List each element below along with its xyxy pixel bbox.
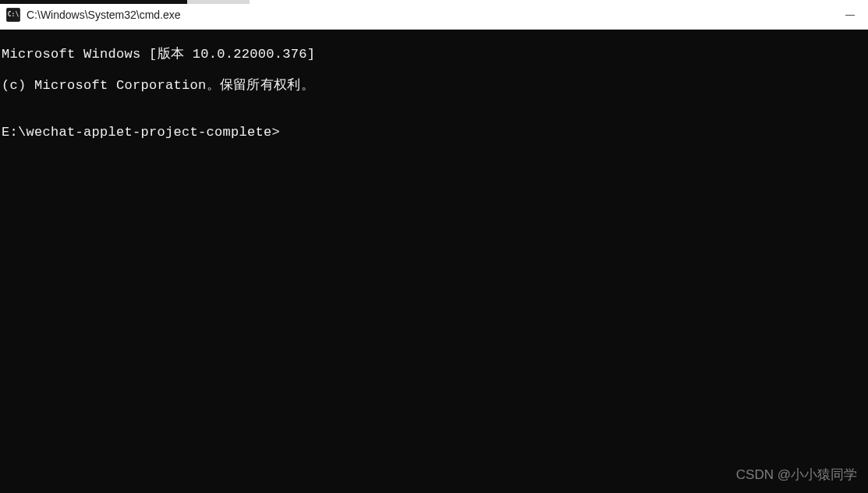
window-controls: — (832, 0, 868, 29)
terminal-prompt[interactable]: E:\wechat-applet-project-complete> (2, 125, 866, 140)
tab-strip-hint (0, 0, 187, 4)
minimize-button[interactable]: — (832, 0, 868, 30)
window-titlebar[interactable]: C:\ C:\Windows\System32\cmd.exe — (0, 0, 868, 30)
terminal-line-version: Microsoft Windows [版本 10.0.22000.376] (2, 47, 866, 62)
watermark-text: CSDN @小小猿同学 (736, 466, 857, 484)
terminal-output[interactable]: Microsoft Windows [版本 10.0.22000.376] (c… (0, 30, 868, 158)
terminal-line-copyright: (c) Microsoft Corporation。保留所有权利。 (2, 78, 866, 94)
cmd-icon: C:\ (6, 8, 20, 22)
titlebar-left-group: C:\ C:\Windows\System32\cmd.exe (6, 8, 181, 22)
window-title: C:\Windows\System32\cmd.exe (27, 9, 181, 21)
